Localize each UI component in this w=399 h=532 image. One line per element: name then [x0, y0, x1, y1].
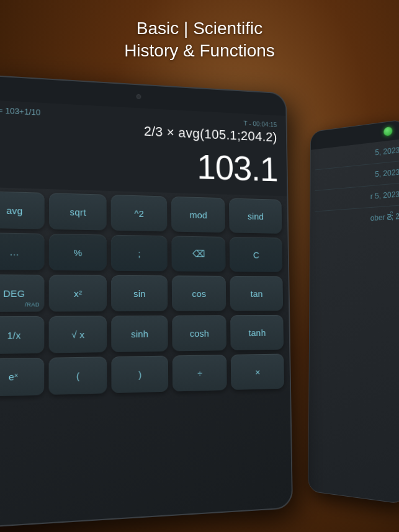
camera-dot — [136, 94, 141, 99]
btn-sind[interactable]: sind — [229, 198, 282, 233]
divider-2 — [315, 183, 399, 191]
btn-x2[interactable]: x² — [48, 275, 107, 311]
btn-tanh[interactable]: tanh — [230, 315, 284, 350]
btn-multiply[interactable]: × — [231, 353, 284, 389]
btn-close-paren[interactable]: ) — [112, 356, 168, 394]
btn-divide[interactable]: ÷ — [172, 355, 227, 392]
button-grid: avg sqrt ^2 mod sind … % ; ⌫ C DEG /RAD … — [0, 187, 290, 401]
btn-delete[interactable]: ⌫ — [171, 236, 226, 272]
title-line2: History & Functions — [0, 40, 399, 62]
btn-tan[interactable]: tan — [230, 276, 283, 311]
btn-sin[interactable]: sin — [111, 275, 168, 311]
btn-percent[interactable]: % — [48, 234, 107, 271]
tablet-main: Γ Q = 103+1/10 T - 00:04:15 2/3 × avg(10… — [0, 74, 293, 528]
title-area: Basic | Scientific History & Functions — [0, 17, 399, 63]
btn-sqrt[interactable]: sqrt — [48, 193, 106, 231]
btn-open-paren[interactable]: ( — [48, 357, 107, 395]
display-memory: Q = 103+1/10 — [0, 105, 40, 117]
status-indicator — [383, 126, 392, 136]
btn-avg[interactable]: avg — [0, 191, 44, 229]
date-item-3: r 5, 2023 — [315, 190, 399, 205]
btn-ellipsis[interactable]: … — [0, 233, 44, 270]
btn-ex[interactable]: eˣ — [0, 358, 44, 397]
btn-deg-rad[interactable]: DEG /RAD — [0, 274, 44, 311]
display-area: Q = 103+1/10 T - 00:04:15 2/3 × avg(105.… — [0, 99, 287, 196]
btn-power2[interactable]: ^2 — [111, 195, 167, 231]
btn-sqrt-x[interactable]: √ x — [48, 316, 107, 353]
btn-mod[interactable]: mod — [171, 197, 226, 233]
date-item-2: 5, 2023 — [315, 167, 399, 184]
btn-sinh[interactable]: sinh — [111, 316, 168, 352]
date-item-1: 5, 2023 — [315, 146, 399, 164]
btn-semicolon[interactable]: ; — [111, 235, 168, 272]
btn-cos[interactable]: cos — [172, 275, 226, 311]
btn-cosh[interactable]: cosh — [172, 315, 226, 351]
right-edge-label: °/o — [385, 211, 394, 220]
title-line1: Basic | Scientific — [0, 17, 399, 40]
display-timer: T - 00:04:15 — [243, 119, 277, 128]
btn-clear[interactable]: C — [230, 237, 282, 272]
tablet-secondary: 5, 2023 5, 2023 r 5, 2023 ober 2, 2 — [308, 119, 399, 504]
btn-reciprocal[interactable]: 1/x — [0, 316, 44, 354]
